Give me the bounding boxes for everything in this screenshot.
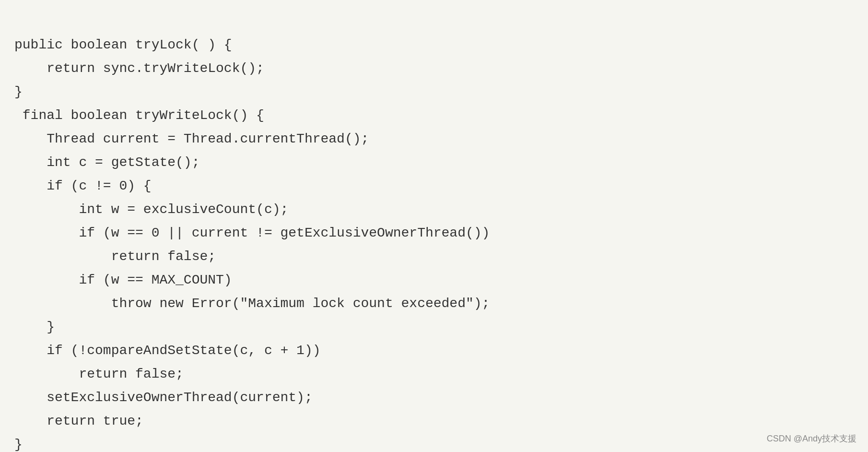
code-line: } — [14, 433, 854, 452]
code-line: return sync.tryWriteLock(); — [14, 57, 854, 80]
code-line: if (w == 0 || current != getExclusiveOwn… — [14, 221, 854, 245]
code-line: if (c != 0) { — [14, 174, 854, 198]
watermark: CSDN @Andy技术支援 — [767, 433, 856, 444]
code-line: return true; — [14, 409, 854, 433]
code-line: final boolean tryWriteLock() { — [14, 104, 854, 127]
code-block: public boolean tryLock( ) { return sync.… — [0, 0, 868, 452]
code-line: if (!compareAndSetState(c, c + 1)) — [14, 339, 854, 362]
code-line: Thread current = Thread.currentThread(); — [14, 127, 854, 151]
code-line: } — [14, 315, 854, 339]
code-line: return false; — [14, 362, 854, 386]
code-line: public boolean tryLock( ) { — [14, 33, 854, 57]
code-line: } — [14, 80, 854, 104]
code-line: int w = exclusiveCount(c); — [14, 198, 854, 221]
code-line: int c = getState(); — [14, 151, 854, 174]
code-line: return false; — [14, 245, 854, 268]
code-line: if (w == MAX_COUNT) — [14, 268, 854, 292]
code-line: setExclusiveOwnerThread(current); — [14, 386, 854, 409]
code-line: throw new Error("Maximum lock count exce… — [14, 292, 854, 315]
